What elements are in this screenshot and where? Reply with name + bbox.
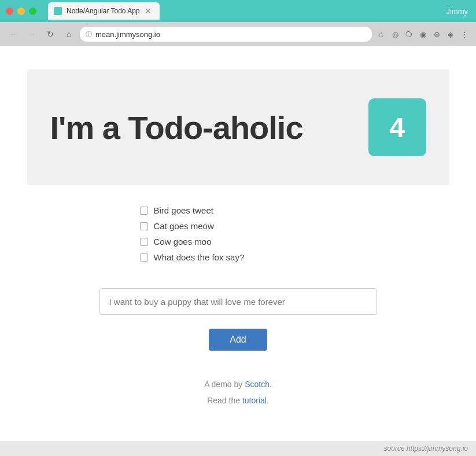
new-todo-input[interactable] [99,288,377,315]
url-bar[interactable]: ⓘ mean.jimmysong.io [80,27,372,42]
scotch-link[interactable]: Scotch [245,380,270,389]
page-content: I'm a Todo-aholic 4 Bird goes tweet Cat … [0,46,476,441]
extension-icon-1[interactable]: ◎ [389,28,401,40]
todo-text-2: Cat goes meow [154,221,214,231]
extension-icon-2[interactable]: ❍ [403,28,415,40]
minimize-window-button[interactable] [17,8,25,15]
browser-window: Node/Angular Todo App ✕ Jimmy ← → ↻ ⌂ ⓘ … [0,0,476,456]
extension-icon-5[interactable]: ◈ [445,28,456,40]
extension-icon-3[interactable]: ◉ [417,28,429,40]
home-icon: ⌂ [67,30,71,39]
todo-count-badge: 4 [368,98,426,156]
close-window-button[interactable] [6,8,13,15]
todo-item: Cat goes meow [140,218,337,234]
input-section [99,288,377,315]
todo-checkbox-2[interactable] [140,222,148,230]
refresh-button[interactable]: ↻ [43,27,58,42]
forward-button[interactable]: → [24,27,39,42]
footer-tutorial-line: Read the tutorial. [204,392,272,409]
todo-item: What does the fox say? [140,249,337,265]
home-button[interactable]: ⌂ [61,27,76,42]
tab-area: Node/Angular Todo App ✕ [48,2,470,20]
address-bar: ← → ↻ ⌂ ⓘ mean.jimmysong.io ☆ ◎ ❍ ◉ ⊛ ◈ … [0,22,476,46]
source-footer: source https://jimmysong.io [0,441,476,456]
tutorial-link[interactable]: tutorial [242,396,267,405]
extension-icon-6[interactable]: ⋮ [459,28,470,40]
hero-section: I'm a Todo-aholic 4 [27,69,449,185]
tab-favicon-icon [54,7,62,15]
todo-text-4: What does the fox say? [154,252,245,262]
todo-checkbox-4[interactable] [140,253,148,262]
traffic-lights [6,8,36,15]
maximize-window-button[interactable] [29,8,36,15]
todo-text-3: Cow goes moo [154,237,212,247]
forward-icon: → [28,30,36,39]
refresh-icon: ↻ [47,30,54,39]
tab-title: Node/Angular Todo App [67,7,140,15]
window-username: Jimmy [446,7,468,16]
footer-demo-text: A demo by [204,380,245,389]
extension-icon-4[interactable]: ⊛ [431,28,442,40]
add-button[interactable]: Add [209,329,267,351]
back-icon: ← [9,30,17,39]
footer-read-text: Read the [207,396,242,405]
todo-checkbox-3[interactable] [140,238,148,246]
todo-checkbox-1[interactable] [140,207,148,215]
todo-text-1: Bird goes tweet [154,205,213,215]
title-bar: Node/Angular Todo App ✕ Jimmy [0,0,476,22]
todo-list: Bird goes tweet Cat goes meow Cow goes m… [140,203,337,265]
url-text: mean.jimmysong.io [95,30,160,39]
back-button[interactable]: ← [6,27,21,42]
footer: A demo by Scotch. Read the tutorial. [204,376,272,409]
address-bar-icons: ☆ ◎ ❍ ◉ ⊛ ◈ ⋮ [375,28,470,40]
todo-item: Cow goes moo [140,234,337,249]
bookmark-icon[interactable]: ☆ [375,28,387,40]
hero-title: I'm a Todo-aholic [50,109,303,146]
lock-icon: ⓘ [86,30,92,39]
todo-item: Bird goes tweet [140,203,337,218]
tab-close-icon[interactable]: ✕ [145,7,152,15]
footer-period: . [270,380,272,389]
footer-period2: . [267,396,269,405]
active-tab[interactable]: Node/Angular Todo App ✕ [48,2,160,20]
footer-demo-line: A demo by Scotch. [204,376,272,392]
